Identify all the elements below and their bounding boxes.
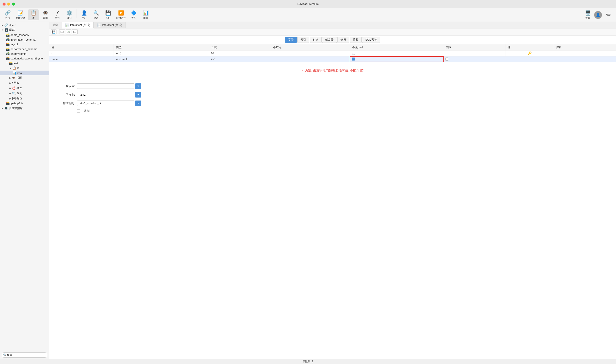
- window-title: Navicat Premium: [298, 2, 319, 6]
- col-header-key: 键: [505, 44, 554, 51]
- login-label: 登录: [606, 13, 611, 16]
- view-group-icon: 👁️: [12, 76, 16, 79]
- col-header-comment: 注释: [554, 44, 616, 51]
- tab-field[interactable]: 字段: [285, 37, 297, 43]
- notnull-checkbox-id[interactable]: ✓: [352, 52, 355, 55]
- charset-row: 字符集: ▼: [58, 92, 607, 98]
- cell-notnull-name[interactable]: ✓: [350, 56, 443, 62]
- spinner-down-id[interactable]: ▼: [119, 53, 121, 55]
- save-button-editor[interactable]: 💾: [51, 29, 56, 34]
- sidebar-item-query-group[interactable]: ▶ 🔍 查询: [0, 91, 49, 96]
- tab-sql-preview[interactable]: SQL 预览: [362, 37, 380, 43]
- connect-button[interactable]: 🔗 连接: [2, 9, 13, 20]
- table-row[interactable]: id int ▲ ▼ 10: [49, 51, 616, 56]
- toolbar-left: 🔗 连接 📝 新建查询 📋 表 👁️ 视图 𝑓 函数 ⚙️ 其它 👤 用户: [2, 9, 151, 20]
- table-row[interactable]: name varchar ▲ ▼ 255: [49, 56, 616, 62]
- cell-comment-id[interactable]: [554, 51, 616, 56]
- delete-row-button[interactable]: [72, 29, 78, 34]
- sidebar-item-info[interactable]: 📊 info: [0, 71, 49, 75]
- function-button[interactable]: 𝑓 函数: [52, 9, 63, 20]
- toolbar-divider-1: [77, 9, 77, 18]
- search-input[interactable]: [2, 352, 47, 358]
- sidebar-item-event-group[interactable]: ▶ ⏰ 事件: [0, 86, 49, 91]
- sidebar-item-mysql[interactable]: 🗃️ mysql: [0, 42, 49, 47]
- cell-comment-name[interactable]: [554, 56, 616, 62]
- sidebar-item-tpshop[interactable]: 🗃️ tpshop2.0: [0, 101, 49, 106]
- table-button[interactable]: 📋 表: [28, 9, 39, 20]
- maximize-button[interactable]: [12, 2, 15, 6]
- statusbar-text: 字段数: 2: [303, 360, 313, 363]
- window-controls: [2, 2, 15, 6]
- close-button[interactable]: [2, 2, 6, 6]
- other-button[interactable]: ⚙️ 其它: [64, 9, 75, 20]
- cell-decimal-id[interactable]: [271, 51, 350, 56]
- tab-trigger[interactable]: 触发器: [322, 37, 337, 43]
- view-button[interactable]: 👁️ 视图: [40, 9, 51, 20]
- add-row-button[interactable]: [59, 29, 65, 34]
- sidebar-item-testdb[interactable]: ▶ 💻 测试数据库: [0, 106, 49, 111]
- sidebar-item-backup-group[interactable]: ▶ 💾 备份: [0, 96, 49, 101]
- default-value-input[interactable]: [77, 83, 134, 89]
- sidebar-item-view-group[interactable]: ▶ 👁️ 视图: [0, 75, 49, 80]
- type-cell-id: int ▲ ▼: [116, 52, 207, 55]
- cell-type-id[interactable]: int ▲ ▼: [114, 51, 209, 56]
- sidebar-item-func-group[interactable]: ▶ f 函数: [0, 80, 49, 86]
- ceshi-db-icon: 🗄️: [5, 28, 8, 32]
- minimize-button[interactable]: [7, 2, 10, 6]
- sidebar-label-backup-group: 备份: [16, 96, 22, 100]
- sidebar-label-query-group: 查询: [16, 91, 22, 95]
- collation-dropdown[interactable]: ▼: [135, 101, 141, 106]
- cell-length-name[interactable]: 255: [209, 56, 271, 62]
- insert-row-button[interactable]: [66, 29, 71, 34]
- binary-checkbox[interactable]: [77, 109, 80, 113]
- tab-comment[interactable]: 注释: [350, 37, 362, 43]
- sidebar-item-phpmyadmin[interactable]: 🗃️ phpmyadmin: [0, 51, 49, 56]
- collation-input[interactable]: [77, 101, 134, 106]
- cell-length-id[interactable]: 10: [209, 51, 271, 56]
- notnull-checkbox-name[interactable]: ✓: [352, 58, 355, 61]
- cell-virtual-name[interactable]: [443, 56, 505, 62]
- auto-run-button[interactable]: ▶️ 自动运行: [114, 9, 127, 20]
- sidebar-item-aliyun[interactable]: ▶ 🔗 aliyun: [0, 23, 49, 27]
- expand-icon-table: ▼: [9, 67, 12, 69]
- spinner-name[interactable]: ▲ ▼: [126, 57, 128, 61]
- tab-foreign-key[interactable]: 外键: [310, 37, 322, 43]
- spinner-id[interactable]: ▲ ▼: [119, 52, 121, 55]
- sidebar-item-performance-schema[interactable]: 🗃️ performance_schema: [0, 47, 49, 51]
- chart-button[interactable]: 📊 图表: [140, 9, 151, 20]
- sidebar-item-test[interactable]: ▼ 🗃️ test: [0, 61, 49, 65]
- backup-button[interactable]: 💾 备份: [103, 9, 114, 20]
- query-button[interactable]: 🔍 查询: [91, 9, 102, 20]
- tab-info-inactive[interactable]: 📊 info@test (测试): [94, 22, 126, 28]
- charset-input[interactable]: [77, 92, 134, 97]
- sidebar-item-table-group[interactable]: ▼ 📋 表: [0, 65, 49, 71]
- add-row-icon: [61, 30, 64, 33]
- sidebar-item-student-mgmt[interactable]: 🗃️ studentManagementSystem: [0, 56, 49, 61]
- spinner-down-name[interactable]: ▼: [126, 59, 128, 61]
- cell-type-name[interactable]: varchar ▲ ▼: [114, 56, 209, 62]
- cell-name-name[interactable]: name: [49, 56, 114, 62]
- tab-index[interactable]: 索引: [297, 37, 309, 43]
- new-query-button[interactable]: 📝 新建查询: [14, 9, 27, 20]
- sidebar-item-ceshi[interactable]: ▼ 🗄️ 测试: [0, 27, 49, 33]
- user-avatar[interactable]: 👤: [594, 11, 602, 19]
- virtual-checkbox-name[interactable]: [445, 58, 448, 61]
- cell-name-id[interactable]: id: [49, 51, 114, 56]
- cell-virtual-id[interactable]: [443, 51, 505, 56]
- virtual-checkbox-id[interactable]: [445, 52, 448, 55]
- cell-decimal-name[interactable]: [271, 56, 350, 62]
- tab-info-inactive-label: info@test (测试): [102, 23, 122, 27]
- sidebar-item-demo[interactable]: 🗃️ demo_tpshop5: [0, 33, 49, 37]
- default-value-dropdown[interactable]: ▼: [135, 83, 141, 89]
- login-button[interactable]: 登录: [603, 13, 614, 17]
- new-query-icon: 📝: [18, 10, 24, 16]
- sidebar-item-information-schema[interactable]: 🗃️ information_schema: [0, 37, 49, 42]
- cell-notnull-id[interactable]: ✓: [350, 51, 443, 56]
- look-button[interactable]: 🖥️ 查看: [582, 9, 593, 20]
- tab-options[interactable]: 选项: [337, 37, 349, 43]
- model-button[interactable]: 🔷 模型: [128, 9, 139, 20]
- charset-dropdown[interactable]: ▼: [135, 92, 141, 98]
- tab-objects[interactable]: 对象: [49, 22, 62, 28]
- user-button[interactable]: 👤 用户: [79, 9, 90, 20]
- tab-info-active[interactable]: 📊 info@test (测试): [62, 22, 94, 28]
